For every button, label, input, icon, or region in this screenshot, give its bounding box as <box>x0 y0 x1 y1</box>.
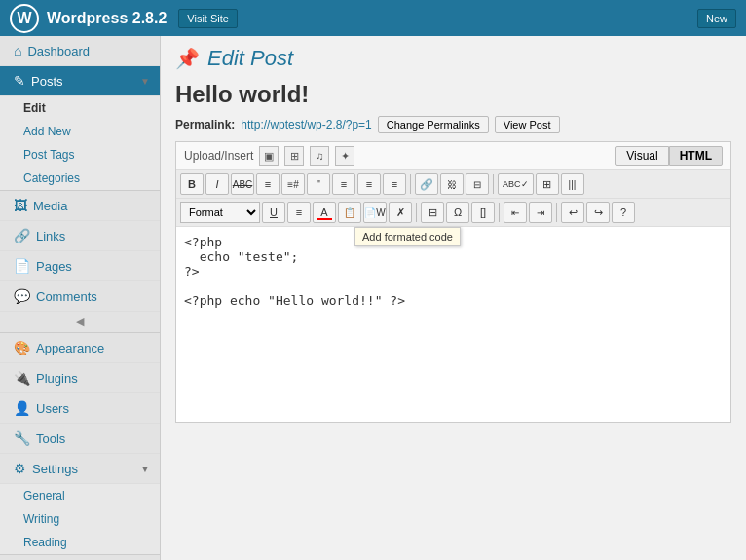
underline-button[interactable]: U <box>262 202 285 223</box>
post-title: Hello world! <box>175 81 731 108</box>
sidebar-sub-general[interactable]: General <box>0 484 160 507</box>
upload-insert-section: Upload/Insert ▣ ⊞ ♫ ✦ <box>184 146 354 166</box>
add-formatted-code-button[interactable]: [] <box>471 202 495 223</box>
blockquote-button[interactable]: " <box>307 173 330 195</box>
font-color-button[interactable]: A <box>313 202 336 223</box>
gallery-media-icon[interactable]: ⊞ <box>284 146 304 166</box>
sidebar-item-media[interactable]: 🖼 Media <box>0 191 160 221</box>
image-media-icon[interactable]: ▣ <box>259 146 279 166</box>
sidebar-item-settings[interactable]: ⚙ Settings ▼ <box>0 454 160 484</box>
sidebar-item-comments[interactable]: 💬 Comments <box>0 281 160 312</box>
visual-view-button[interactable]: Visual <box>615 146 668 166</box>
sidebar-posts-label: Posts <box>31 74 63 89</box>
more-tag-button[interactable]: ⊟ <box>466 173 489 195</box>
remove-link-button[interactable]: ⛓ <box>440 173 464 195</box>
sidebar-links-label: Links <box>36 229 65 243</box>
paste-word-button[interactable]: 📄W <box>363 202 387 223</box>
audio-media-icon[interactable]: ♫ <box>310 146 329 166</box>
help-button[interactable]: ? <box>612 202 635 223</box>
indent-more-button[interactable]: ⇥ <box>529 202 552 223</box>
format-dropdown[interactable]: Format Paragraph Heading 1 Heading 2 Hea… <box>180 202 260 223</box>
appearance-icon: 🎨 <box>14 340 30 355</box>
sidebar-item-tools[interactable]: 🔧 Tools <box>0 424 160 454</box>
special-chars-button[interactable]: Ω <box>446 202 469 223</box>
sidebar-item-posts[interactable]: ✎ Posts ▼ <box>0 66 160 96</box>
sidebar-sub-edit[interactable]: Edit <box>0 96 160 120</box>
posts-arrow-icon: ▼ <box>140 76 150 87</box>
undo-button[interactable]: ↩ <box>561 202 584 223</box>
plugins-icon: 🔌 <box>14 370 30 386</box>
settings-icon: ⚙ <box>14 461 26 476</box>
sidebar-sub-reading[interactable]: Reading <box>0 531 160 554</box>
page-header: 📌 Edit Post <box>175 46 731 71</box>
sidebar-settings-label: Settings <box>32 462 78 476</box>
paste-text-button[interactable]: 📋 <box>338 202 361 223</box>
editor-top-bar: Upload/Insert ▣ ⊞ ♫ ✦ Visual HTML <box>176 142 730 170</box>
spellcheck-button[interactable]: ABC✓ <box>498 173 534 195</box>
bold-button[interactable]: B <box>180 173 204 195</box>
visit-site-button[interactable]: Visit Site <box>178 9 238 28</box>
page-title: Edit Post <box>207 46 293 71</box>
custom-char1-button[interactable]: ⊟ <box>421 202 444 223</box>
wp-logo: W <box>10 4 39 33</box>
new-button[interactable]: New <box>697 9 736 28</box>
toolbar-separator-2 <box>493 174 494 194</box>
view-post-button[interactable]: View Post <box>495 116 560 133</box>
align-right-button[interactable]: ≡ <box>383 173 406 195</box>
other-media-icon[interactable]: ✦ <box>335 146 354 166</box>
add-code-tooltip: Add formated code <box>354 227 461 246</box>
html-view-button[interactable]: HTML <box>669 146 723 166</box>
sidebar-item-plugins[interactable]: 🔌 Plugins <box>0 363 160 393</box>
main-content: 📌 Edit Post Hello world! Permalink: http… <box>161 36 746 560</box>
remove-formatting-button[interactable]: ✗ <box>389 202 412 223</box>
sidebar-sub-writing[interactable]: Writing <box>0 507 160 531</box>
toolbar-row-2: Format Paragraph Heading 1 Heading 2 Hea… <box>176 199 730 227</box>
align-left-button[interactable]: ≡ <box>332 173 355 195</box>
permalink-label: Permalink: <box>175 118 235 131</box>
sidebar-users-label: Users <box>36 401 69 416</box>
sidebar-item-links[interactable]: 🔗 Links <box>0 221 160 251</box>
toolbar-separator-4 <box>499 203 500 222</box>
sidebar-collapse-row[interactable]: ◀ <box>0 312 160 333</box>
sidebar-item-appearance[interactable]: 🎨 Appearance <box>0 333 160 363</box>
change-permalinks-button[interactable]: Change Permalinks <box>378 116 489 133</box>
toolbar-separator-3 <box>416 203 417 222</box>
toolbar-row-1: B I ABC ≡ ≡# " ≡ ≡ ≡ 🔗 ⛓ ⊟ ABC✓ ⊞ ||| <box>176 170 730 199</box>
align-center-button[interactable]: ≡ <box>357 173 381 195</box>
sidebar-item-users[interactable]: 👤 Users <box>0 393 160 424</box>
pages-icon: 📄 <box>14 258 30 274</box>
italic-button[interactable]: I <box>205 173 229 195</box>
ordered-list-button[interactable]: ≡# <box>281 173 305 195</box>
strikethrough-button[interactable]: ABC <box>231 173 254 195</box>
sidebar-sub-add-new[interactable]: Add New <box>0 120 160 143</box>
layout: ⌂ Dashboard ✎ Posts ▼ Edit Add New Post … <box>0 36 746 560</box>
sidebar-sub-categories[interactable]: Categories <box>0 167 160 190</box>
posts-submenu: Edit Add New Post Tags Categories <box>0 96 160 191</box>
links-icon: 🔗 <box>14 228 30 243</box>
settings-submenu: General Writing Reading <box>0 484 160 555</box>
sidebar: ⌂ Dashboard ✎ Posts ▼ Edit Add New Post … <box>0 36 161 560</box>
redo-button[interactable]: ↪ <box>586 202 610 223</box>
toolbar-separator-1 <box>410 174 411 194</box>
sidebar-appearance-label: Appearance <box>36 341 104 355</box>
sidebar-dashboard-label: Dashboard <box>27 44 90 58</box>
permalink-url: http://wptest/wp-2.8/?p=1 <box>241 118 371 131</box>
sidebar-sub-post-tags[interactable]: Post Tags <box>0 143 160 167</box>
insert-link-button[interactable]: 🔗 <box>415 173 438 195</box>
dashboard-icon: ⌂ <box>14 43 21 58</box>
editor-container: Upload/Insert ▣ ⊞ ♫ ✦ Visual HTML B I AB… <box>175 141 731 423</box>
justify-button[interactable]: ≡ <box>287 202 311 223</box>
sidebar-plugins-label: Plugins <box>36 371 78 386</box>
toolbar-separator-5 <box>556 203 557 222</box>
fullscreen-button[interactable]: ⊞ <box>536 173 559 195</box>
sidebar-item-dashboard[interactable]: ⌂ Dashboard <box>0 36 160 66</box>
sidebar-pages-label: Pages <box>36 259 72 274</box>
toggle-toolbar-button[interactable]: ||| <box>561 173 584 195</box>
add-code-tooltip-box: [] Add formated code <box>471 202 495 223</box>
permalink-row: Permalink: http://wptest/wp-2.8/?p=1 Cha… <box>175 116 731 133</box>
editor-content[interactable]: <?php echo "teste"; ?> <?php echo "Hello… <box>176 227 730 422</box>
unordered-list-button[interactable]: ≡ <box>256 173 280 195</box>
site-title: Wordpress 2.8.2 <box>47 10 167 27</box>
indent-less-button[interactable]: ⇤ <box>504 202 527 223</box>
sidebar-item-pages[interactable]: 📄 Pages <box>0 251 160 281</box>
